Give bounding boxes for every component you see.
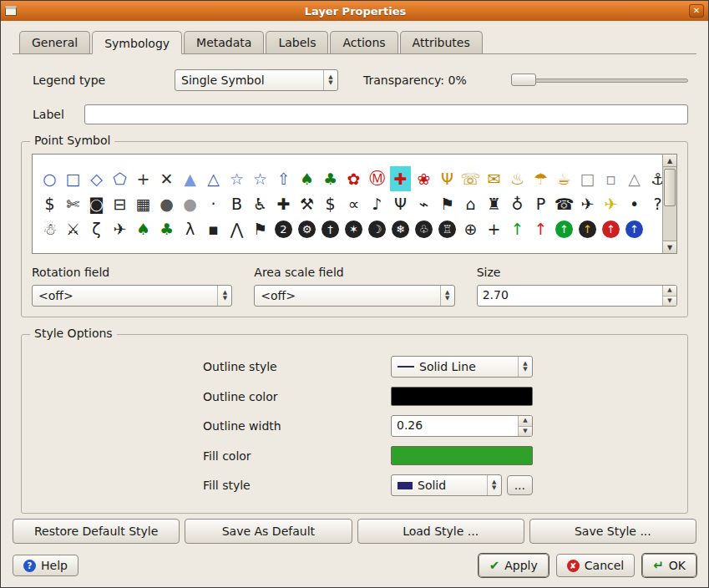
symbol-cell[interactable]: • <box>624 191 645 216</box>
size-spinbox[interactable]: 2.70 ▲ ▼ <box>477 285 677 307</box>
symbol-cell[interactable]: ♨ <box>507 166 528 191</box>
symbol-cell[interactable]: ▪ <box>203 216 224 241</box>
symbol-cell[interactable]: ↑ <box>625 220 643 238</box>
size-spin-up-icon[interactable]: ▲ <box>663 286 676 297</box>
fill-style-combo[interactable]: Solid ▲▼ <box>391 474 502 496</box>
size-spin-down-icon[interactable]: ▼ <box>663 297 676 307</box>
apply-button[interactable]: ✔ Apply <box>479 554 549 577</box>
symbol-scrollbar[interactable]: ▲ ▼ <box>662 155 676 253</box>
symbol-cell[interactable]: ✄ <box>63 191 84 216</box>
symbol-cell[interactable]: ⚑ <box>250 216 271 241</box>
outline-color-swatch[interactable] <box>391 387 533 406</box>
symbol-cell[interactable]: † <box>322 220 339 238</box>
symbol-cell[interactable]: ⚒ <box>296 191 317 216</box>
fill-color-swatch[interactable] <box>391 446 533 465</box>
symbol-cell[interactable]: ♪ <box>367 191 387 216</box>
symbol-cell[interactable]: ✿ <box>343 166 364 191</box>
symbol-cell[interactable]: ⚔ <box>63 216 84 241</box>
symbol-cell[interactable]: ▫ <box>600 166 621 191</box>
symbol-cell[interactable]: ⊟ <box>109 191 130 216</box>
symbol-cell[interactable]: ☎ <box>554 191 575 216</box>
symbol-cell[interactable]: ◇ <box>86 166 107 191</box>
symbol-cell[interactable]: ▦ <box>133 191 154 216</box>
symbol-cell[interactable]: Ⓜ <box>367 166 387 191</box>
symbol-cell[interactable]: ● <box>156 191 177 216</box>
symbol-cell[interactable]: + <box>484 216 504 241</box>
symbol-cell[interactable]: ↑ <box>579 220 596 238</box>
fill-style-more-button[interactable]: ... <box>507 475 533 495</box>
ok-button[interactable]: ↵ OK <box>642 554 696 577</box>
help-button[interactable]: ? Help <box>13 555 78 576</box>
symbol-cell[interactable]: λ <box>180 216 200 241</box>
symbol-cell[interactable]: ✶ <box>345 220 362 238</box>
transparency-slider[interactable] <box>511 73 688 88</box>
symbol-cell[interactable]: ♁ <box>507 191 528 216</box>
symbol-cell[interactable]: ∝ <box>343 191 364 216</box>
tab-symbology[interactable]: Symbology <box>92 31 182 54</box>
symbol-cell[interactable]: ◙ <box>86 191 107 216</box>
cancel-button[interactable]: ✘ Cancel <box>556 554 635 577</box>
symbol-cell[interactable]: ✕ <box>156 166 177 191</box>
symbol-cell[interactable]: □ <box>577 166 598 191</box>
symbol-cell[interactable]: ✈ <box>600 191 621 216</box>
symbol-cell[interactable]: ♠ <box>296 166 317 191</box>
tab-attributes[interactable]: Attributes <box>400 31 483 53</box>
symbol-cell[interactable]: ⊕ <box>460 216 481 241</box>
symbol-cell[interactable]: P <box>530 191 551 216</box>
symbol-cell[interactable]: △ <box>624 166 645 191</box>
symbol-cell[interactable]: + <box>133 166 154 191</box>
symbol-cell[interactable]: ○ <box>39 166 60 191</box>
title-bar[interactable]: Layer Properties ✕ <box>1 1 708 21</box>
symbol-cell[interactable]: ● <box>180 191 200 216</box>
symbol-cell[interactable]: ♿ <box>250 191 271 216</box>
restore-default-style-button[interactable]: Restore Default Style <box>13 519 180 544</box>
symbol-cell[interactable]: B <box>226 191 247 216</box>
label-input[interactable] <box>84 104 688 124</box>
outline-width-spin-down-icon[interactable]: ▼ <box>519 427 532 437</box>
symbol-cell[interactable]: ☽ <box>368 220 386 238</box>
symbol-cell[interactable]: ♜ <box>484 191 504 216</box>
scroll-thumb[interactable] <box>664 169 676 206</box>
area-scale-field-combo[interactable]: <off> ▲▼ <box>254 285 454 307</box>
scroll-track[interactable] <box>663 167 676 241</box>
symbol-cell[interactable]: ✈ <box>109 216 130 241</box>
symbol-cell[interactable]: □ <box>63 166 84 191</box>
legend-type-combo[interactable]: Single Symbol ▲▼ <box>175 69 338 91</box>
symbol-cell[interactable]: ⌁ <box>413 191 434 216</box>
symbol-cell[interactable]: ♖ <box>438 220 456 238</box>
symbol-cell[interactable]: ζ <box>86 216 107 241</box>
symbol-cell[interactable]: ☕ <box>554 166 575 191</box>
load-style-button[interactable]: Load Style ... <box>357 519 524 544</box>
symbol-cell[interactable]: ❀ <box>413 166 434 191</box>
symbol-cell[interactable]: $ <box>39 191 60 216</box>
symbol-cell[interactable]: ↑ <box>602 220 620 238</box>
symbol-cell[interactable]: ☂ <box>530 166 551 191</box>
symbol-cell[interactable]: ⋀ <box>226 216 247 241</box>
symbol-cell[interactable]: ☏ <box>460 166 481 191</box>
symbol-cell[interactable]: Ψ <box>437 166 458 191</box>
tab-actions[interactable]: Actions <box>330 31 398 53</box>
symbol-cell[interactable]: ✈ <box>577 191 598 216</box>
symbol-cell[interactable]: 2 <box>275 220 292 238</box>
symbol-cell[interactable]: ▲ <box>180 166 200 191</box>
symbol-cell[interactable]: ⬠ <box>109 166 130 191</box>
symbol-cell[interactable]: △ <box>203 166 224 191</box>
save-style-button[interactable]: Save Style ... <box>529 519 696 544</box>
scroll-down-icon[interactable]: ▼ <box>663 241 676 253</box>
symbol-cell[interactable]: ♧ <box>415 220 433 238</box>
symbol-cell[interactable]: ❄ <box>392 220 409 238</box>
rotation-field-combo[interactable]: <off> ▲▼ <box>32 285 232 307</box>
symbol-cell[interactable]: $ <box>320 191 341 216</box>
symbol-cell[interactable]: ☃ <box>39 216 60 241</box>
symbol-cell[interactable]: ☆ <box>226 166 247 191</box>
symbol-cell[interactable]: ↑ <box>555 220 573 238</box>
symbol-cell[interactable]: ⚙ <box>298 220 316 238</box>
symbol-cell[interactable]: Ψ <box>390 191 411 216</box>
symbol-cell[interactable]: ⚑ <box>437 191 458 216</box>
symbol-cell[interactable]: ↑ <box>530 216 551 241</box>
symbol-cell[interactable]: ♠ <box>133 216 154 241</box>
tab-general[interactable]: General <box>19 31 90 53</box>
scroll-up-icon[interactable]: ▲ <box>663 155 676 167</box>
symbol-cell-selected[interactable]: ✚ <box>390 166 411 191</box>
symbol-cell[interactable]: ♣ <box>156 216 177 241</box>
